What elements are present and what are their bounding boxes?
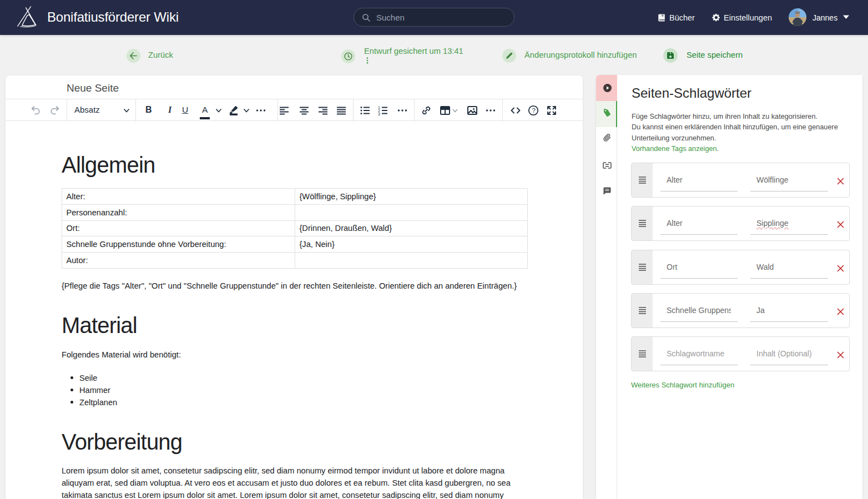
svg-text:3: 3 <box>378 112 380 116</box>
svg-text:?: ? <box>532 107 535 114</box>
